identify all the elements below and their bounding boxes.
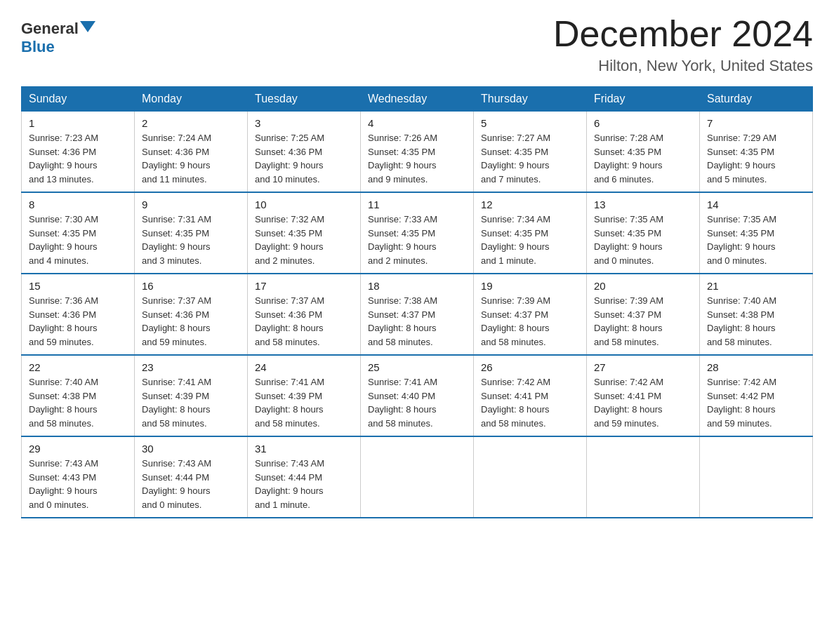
calendar-week-4: 22 Sunrise: 7:40 AM Sunset: 4:38 PM Dayl… [22, 355, 813, 436]
logo: General Blue [21, 20, 95, 56]
calendar-cell-w3-d1: 16 Sunrise: 7:37 AM Sunset: 4:36 PM Dayl… [135, 274, 248, 355]
calendar-cell-w5-d4 [474, 436, 587, 518]
day-number: 29 [29, 443, 127, 455]
day-number: 8 [29, 199, 127, 210]
day-info: Sunrise: 7:35 AM Sunset: 4:35 PM Dayligh… [594, 213, 692, 267]
header-friday: Friday [587, 87, 700, 112]
day-info: Sunrise: 7:41 AM Sunset: 4:39 PM Dayligh… [255, 375, 353, 430]
day-info: Sunrise: 7:43 AM Sunset: 4:44 PM Dayligh… [142, 457, 240, 511]
day-info: Sunrise: 7:30 AM Sunset: 4:35 PM Dayligh… [29, 213, 127, 267]
day-info: Sunrise: 7:40 AM Sunset: 4:38 PM Dayligh… [707, 294, 805, 349]
calendar-cell-w3-d3: 18 Sunrise: 7:38 AM Sunset: 4:37 PM Dayl… [361, 274, 474, 355]
calendar-cell-w3-d6: 21 Sunrise: 7:40 AM Sunset: 4:38 PM Dayl… [700, 274, 813, 355]
calendar-cell-w5-d2: 31 Sunrise: 7:43 AM Sunset: 4:44 PM Dayl… [248, 436, 361, 518]
day-info: Sunrise: 7:23 AM Sunset: 4:36 PM Dayligh… [29, 131, 127, 186]
day-info: Sunrise: 7:24 AM Sunset: 4:36 PM Dayligh… [142, 131, 240, 186]
day-number: 21 [707, 280, 805, 292]
day-number: 22 [29, 361, 127, 373]
logo-general-text: General [21, 20, 79, 38]
month-title: December 2024 [553, 14, 813, 54]
calendar-cell-w4-d0: 22 Sunrise: 7:40 AM Sunset: 4:38 PM Dayl… [22, 355, 135, 436]
day-info: Sunrise: 7:34 AM Sunset: 4:35 PM Dayligh… [481, 213, 579, 267]
header-saturday: Saturday [700, 87, 813, 112]
day-info: Sunrise: 7:42 AM Sunset: 4:41 PM Dayligh… [594, 375, 692, 430]
day-number: 15 [29, 280, 127, 292]
page-header: General Blue December 2024 Hilton, New Y… [21, 14, 813, 75]
day-number: 7 [707, 117, 805, 129]
day-number: 2 [142, 117, 240, 129]
day-number: 18 [368, 280, 466, 292]
calendar-cell-w1-d1: 2 Sunrise: 7:24 AM Sunset: 4:36 PM Dayli… [135, 112, 248, 193]
calendar-cell-w4-d5: 27 Sunrise: 7:42 AM Sunset: 4:41 PM Dayl… [587, 355, 700, 436]
logo-blue-text: Blue [21, 38, 55, 56]
day-info: Sunrise: 7:28 AM Sunset: 4:35 PM Dayligh… [594, 131, 692, 186]
calendar-week-2: 8 Sunrise: 7:30 AM Sunset: 4:35 PM Dayli… [22, 192, 813, 274]
day-number: 24 [255, 361, 353, 373]
day-info: Sunrise: 7:43 AM Sunset: 4:44 PM Dayligh… [255, 457, 353, 511]
calendar-cell-w1-d3: 4 Sunrise: 7:26 AM Sunset: 4:35 PM Dayli… [361, 112, 474, 193]
calendar-cell-w2-d0: 8 Sunrise: 7:30 AM Sunset: 4:35 PM Dayli… [22, 192, 135, 274]
day-info: Sunrise: 7:29 AM Sunset: 4:35 PM Dayligh… [707, 131, 805, 186]
calendar-cell-w4-d1: 23 Sunrise: 7:41 AM Sunset: 4:39 PM Dayl… [135, 355, 248, 436]
day-info: Sunrise: 7:38 AM Sunset: 4:37 PM Dayligh… [368, 294, 466, 349]
location: Hilton, New York, United States [553, 57, 813, 75]
day-number: 12 [481, 199, 579, 210]
calendar-cell-w4-d2: 24 Sunrise: 7:41 AM Sunset: 4:39 PM Dayl… [248, 355, 361, 436]
day-number: 27 [594, 361, 692, 373]
day-info: Sunrise: 7:37 AM Sunset: 4:36 PM Dayligh… [142, 294, 240, 349]
calendar-cell-w1-d5: 6 Sunrise: 7:28 AM Sunset: 4:35 PM Dayli… [587, 112, 700, 193]
calendar-cell-w5-d3 [361, 436, 474, 518]
calendar-cell-w2-d6: 14 Sunrise: 7:35 AM Sunset: 4:35 PM Dayl… [700, 192, 813, 274]
day-info: Sunrise: 7:42 AM Sunset: 4:41 PM Dayligh… [481, 375, 579, 430]
calendar-cell-w4-d6: 28 Sunrise: 7:42 AM Sunset: 4:42 PM Dayl… [700, 355, 813, 436]
calendar-cell-w3-d2: 17 Sunrise: 7:37 AM Sunset: 4:36 PM Dayl… [248, 274, 361, 355]
header-tuesday: Tuesday [248, 87, 361, 112]
calendar-cell-w5-d6 [700, 436, 813, 518]
calendar-cell-w3-d4: 19 Sunrise: 7:39 AM Sunset: 4:37 PM Dayl… [474, 274, 587, 355]
day-info: Sunrise: 7:32 AM Sunset: 4:35 PM Dayligh… [255, 213, 353, 267]
day-number: 6 [594, 117, 692, 129]
header-thursday: Thursday [474, 87, 587, 112]
day-number: 16 [142, 280, 240, 292]
calendar-cell-w2-d1: 9 Sunrise: 7:31 AM Sunset: 4:35 PM Dayli… [135, 192, 248, 274]
day-number: 28 [707, 361, 805, 373]
header-wednesday: Wednesday [361, 87, 474, 112]
calendar-cell-w3-d5: 20 Sunrise: 7:39 AM Sunset: 4:37 PM Dayl… [587, 274, 700, 355]
day-info: Sunrise: 7:36 AM Sunset: 4:36 PM Dayligh… [29, 294, 127, 349]
day-number: 3 [255, 117, 353, 129]
calendar-cell-w4-d4: 26 Sunrise: 7:42 AM Sunset: 4:41 PM Dayl… [474, 355, 587, 436]
calendar-cell-w5-d0: 29 Sunrise: 7:43 AM Sunset: 4:43 PM Dayl… [22, 436, 135, 518]
day-info: Sunrise: 7:25 AM Sunset: 4:36 PM Dayligh… [255, 131, 353, 186]
day-info: Sunrise: 7:35 AM Sunset: 4:35 PM Dayligh… [707, 213, 805, 267]
calendar-cell-w1-d4: 5 Sunrise: 7:27 AM Sunset: 4:35 PM Dayli… [474, 112, 587, 193]
calendar-cell-w2-d2: 10 Sunrise: 7:32 AM Sunset: 4:35 PM Dayl… [248, 192, 361, 274]
day-number: 11 [368, 199, 466, 210]
calendar-table: Sunday Monday Tuesday Wednesday Thursday… [21, 86, 813, 518]
calendar-cell-w2-d5: 13 Sunrise: 7:35 AM Sunset: 4:35 PM Dayl… [587, 192, 700, 274]
header-sunday: Sunday [22, 87, 135, 112]
day-info: Sunrise: 7:33 AM Sunset: 4:35 PM Dayligh… [368, 213, 466, 267]
day-number: 13 [594, 199, 692, 210]
calendar-cell-w1-d2: 3 Sunrise: 7:25 AM Sunset: 4:36 PM Dayli… [248, 112, 361, 193]
day-number: 31 [255, 443, 353, 455]
day-info: Sunrise: 7:41 AM Sunset: 4:40 PM Dayligh… [368, 375, 466, 430]
day-info: Sunrise: 7:31 AM Sunset: 4:35 PM Dayligh… [142, 213, 240, 267]
day-number: 9 [142, 199, 240, 210]
day-number: 17 [255, 280, 353, 292]
day-number: 25 [368, 361, 466, 373]
calendar-cell-w3-d0: 15 Sunrise: 7:36 AM Sunset: 4:36 PM Dayl… [22, 274, 135, 355]
title-area: December 2024 Hilton, New York, United S… [553, 14, 813, 75]
day-info: Sunrise: 7:26 AM Sunset: 4:35 PM Dayligh… [368, 131, 466, 186]
day-number: 19 [481, 280, 579, 292]
calendar-cell-w5-d5 [587, 436, 700, 518]
day-number: 23 [142, 361, 240, 373]
day-number: 5 [481, 117, 579, 129]
calendar-cell-w2-d4: 12 Sunrise: 7:34 AM Sunset: 4:35 PM Dayl… [474, 192, 587, 274]
calendar-cell-w1-d0: 1 Sunrise: 7:23 AM Sunset: 4:36 PM Dayli… [22, 112, 135, 193]
calendar-cell-w5-d1: 30 Sunrise: 7:43 AM Sunset: 4:44 PM Dayl… [135, 436, 248, 518]
day-info: Sunrise: 7:27 AM Sunset: 4:35 PM Dayligh… [481, 131, 579, 186]
day-info: Sunrise: 7:41 AM Sunset: 4:39 PM Dayligh… [142, 375, 240, 430]
calendar-week-3: 15 Sunrise: 7:36 AM Sunset: 4:36 PM Dayl… [22, 274, 813, 355]
day-info: Sunrise: 7:40 AM Sunset: 4:38 PM Dayligh… [29, 375, 127, 430]
day-number: 20 [594, 280, 692, 292]
